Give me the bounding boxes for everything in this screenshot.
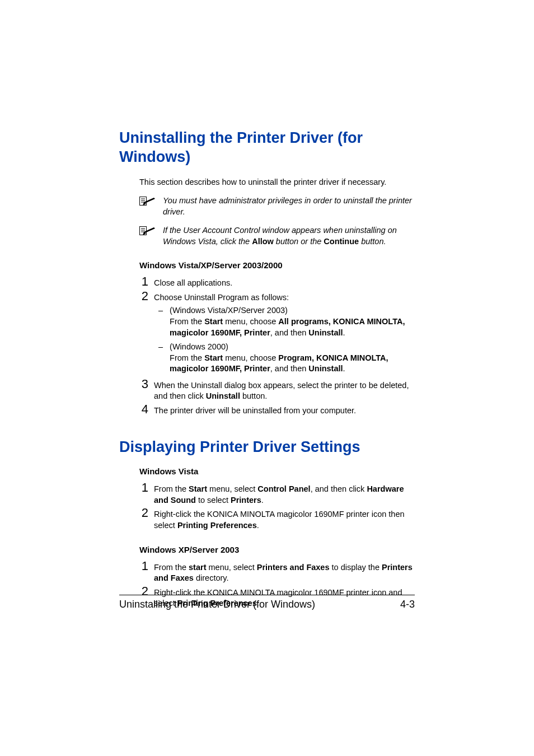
sub-step-2000: – (Windows 2000) From the Start menu, ch…: [158, 342, 415, 375]
text: .: [257, 521, 259, 530]
step-text: The printer driver will be uninstalled f…: [154, 403, 415, 417]
note-uac-text: If the User Account Control window appea…: [163, 225, 415, 247]
step-number: 3: [139, 378, 148, 390]
sub-step-text: (Windows Vista/XP/Server 2003) From the …: [170, 305, 415, 338]
step-b1: 1 From the Start menu, select Control Pa…: [139, 482, 415, 506]
step-number: 4: [139, 403, 148, 416]
text: From the: [170, 317, 204, 326]
step-c1: 1 From the start menu, select Printers a…: [139, 560, 415, 584]
footer-rule: [119, 595, 415, 595]
page-footer: Uninstalling the Printer Driver (for Win…: [119, 595, 415, 610]
step-number: 2: [139, 290, 148, 302]
text-bold: Start: [204, 317, 223, 326]
step-number: 1: [139, 482, 148, 494]
step-text: Choose Uninstall Program as follows:: [154, 290, 415, 304]
text: button.: [359, 237, 386, 246]
footer-title: Uninstalling the Printer Driver (for Win…: [119, 599, 315, 610]
text-bold: Start: [189, 484, 207, 493]
step-4: 4 The printer driver will be uninstalled…: [139, 403, 415, 417]
sub-step-vista-xp-2003: – (Windows Vista/XP/Server 2003) From th…: [158, 305, 415, 338]
subheading-vista-xp-2003-2000: Windows Vista/XP/Server 2003/2000: [139, 260, 415, 270]
text-bold: Allow: [252, 237, 274, 246]
text: .: [261, 496, 264, 505]
page: Uninstalling the Printer Driver (for Win…: [0, 0, 534, 756]
sub-step-text: (Windows 2000) From the Start menu, choo…: [170, 342, 415, 375]
text: menu, select: [206, 563, 256, 572]
text-bold: start: [189, 563, 206, 572]
step-text: From the start menu, select Printers and…: [154, 560, 415, 584]
note-icon: [139, 197, 156, 209]
text: , and then: [270, 328, 309, 337]
text-bold: Continue: [324, 237, 359, 246]
footer-row: Uninstalling the Printer Driver (for Win…: [119, 599, 415, 610]
text-bold: Printing Preferences: [177, 521, 257, 530]
note-admin: You must have administrator privileges i…: [139, 195, 415, 217]
text: (Windows 2000): [170, 342, 228, 351]
step-text: Right-click the KONICA MINOLTA magicolor…: [154, 507, 415, 531]
step-1: 1 Close all applications.: [139, 276, 415, 289]
text-bold: Uninstall: [308, 364, 343, 373]
step-number: 1: [139, 560, 148, 572]
heading-uninstalling: Uninstalling the Printer Driver (for Win…: [119, 129, 415, 167]
subheading-vista: Windows Vista: [139, 466, 415, 476]
text: button or the: [274, 237, 324, 246]
text: , and then click: [311, 484, 367, 493]
text: From the: [170, 353, 204, 362]
text: to display the: [330, 563, 382, 572]
text: to select: [196, 496, 231, 505]
page-number: 4-3: [400, 599, 415, 610]
step-text: When the Uninstall dialog box appears, s…: [154, 378, 415, 402]
step-text: From the Start menu, select Control Pane…: [154, 482, 415, 506]
text: menu, choose: [223, 317, 278, 326]
text: button.: [240, 391, 267, 400]
text: From the: [154, 563, 189, 572]
text: .: [343, 328, 345, 337]
text-bold: Uninstall: [206, 391, 240, 400]
note-icon: [139, 226, 156, 239]
note-admin-text: You must have administrator privileges i…: [163, 195, 415, 217]
text: menu, select: [207, 484, 257, 493]
subheading-xp-2003: Windows XP/Server 2003: [139, 545, 415, 554]
text: .: [343, 364, 345, 373]
step-text: Close all applications.: [154, 276, 415, 289]
text: From the: [154, 484, 189, 493]
text: menu, choose: [223, 353, 278, 362]
heading-displaying: Displaying Printer Driver Settings: [119, 438, 415, 457]
text: directory.: [194, 573, 229, 582]
intro-text: This section describes how to uninstall …: [139, 177, 415, 188]
text-bold: Uninstall: [308, 328, 343, 337]
text: (Windows Vista/XP/Server 2003): [170, 306, 288, 315]
text: , and then: [270, 364, 309, 373]
step-number: 2: [139, 507, 148, 519]
text-bold: Printers and Faxes: [257, 563, 330, 572]
text-bold: Control Panel: [257, 484, 310, 493]
text: When the Uninstall dialog box appears, s…: [154, 381, 409, 401]
dash: –: [158, 342, 163, 353]
text-bold: Printers: [231, 496, 261, 505]
step-number: 1: [139, 276, 148, 288]
step-b2: 2 Right-click the KONICA MINOLTA magicol…: [139, 507, 415, 531]
step-2: 2 Choose Uninstall Program as follows:: [139, 290, 415, 304]
step-3: 3 When the Uninstall dialog box appears,…: [139, 378, 415, 402]
text-bold: Start: [204, 353, 223, 362]
note-uac: If the User Account Control window appea…: [139, 225, 415, 247]
dash: –: [158, 305, 163, 316]
